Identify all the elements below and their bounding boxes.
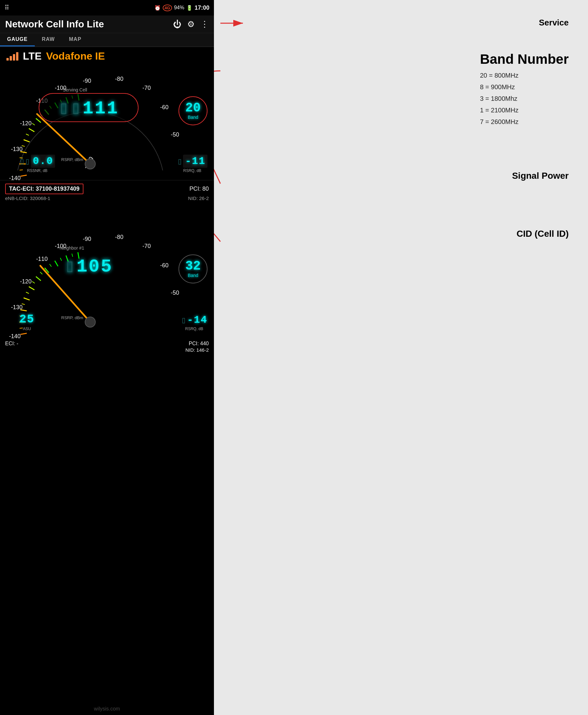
svg-text:-120: -120 — [20, 278, 31, 285]
power-icon[interactable]: ⏻ — [173, 19, 182, 29]
rsrq-label: RSRQ, dB — [183, 169, 202, 173]
more-menu-icon[interactable]: ⋮ — [201, 19, 209, 29]
svg-text:-140: -140 — [9, 333, 21, 338]
svg-line-55 — [32, 281, 35, 283]
rsrq-dim: ▯ — [177, 156, 183, 167]
neighbor-cell-info: ECI: - PCI: 440 NID: 146-2 — [0, 338, 214, 354]
band-item-0: 20 = 800MHz — [480, 69, 569, 81]
serving-gauge-section: -140 -100 -90 -80 -110 -70 -120 -60 -130… — [0, 64, 214, 180]
svg-line-12 — [20, 175, 27, 176]
phone-panel: ⠿ ⏰ 4G 94% 🔋 17:00 Network Cell Info Lit… — [0, 0, 214, 715]
serving-cell-label: Serving Cell — [63, 87, 87, 92]
neighbor-rsrq-label: RSRQ, dB — [185, 327, 203, 331]
section-spacer — [0, 203, 214, 222]
neighbor-gauge-section: -100 -90 -80 -110 -70 -120 -60 -130 -50 … — [0, 222, 214, 338]
rsrq-display: ▯ -11 RSRQ, dB — [177, 155, 208, 173]
phone-footer: wilysis.com — [0, 703, 214, 715]
neighbor-rsrp-value: ▯105 — [64, 255, 113, 277]
battery-percent: 94% — [174, 5, 184, 10]
status-icons: ⏰ 4G 94% 🔋 17:00 — [154, 4, 209, 11]
neighbor-nid: NID: 146-2 — [185, 347, 209, 353]
band-number: 20 — [185, 102, 201, 115]
signal-bar-3 — [13, 54, 15, 61]
tab-gauge[interactable]: GAUGE — [0, 33, 35, 46]
svg-line-80 — [214, 203, 220, 242]
eci-value: ECI: - — [5, 341, 18, 347]
band-display: 20 Band — [178, 96, 208, 125]
tabs-bar: GAUGE RAW MAP — [0, 33, 214, 47]
settings-icon[interactable]: ⚙ — [187, 19, 195, 29]
neighbor-rsrq-value: -14 — [187, 314, 208, 326]
scale-80: -80 — [115, 76, 123, 82]
svg-line-20 — [29, 129, 34, 132]
alarm-icon: ⏰ — [154, 5, 161, 11]
svg-line-53 — [26, 292, 29, 294]
tab-raw[interactable]: RAW — [35, 33, 62, 46]
rssnr-value: 0.0 — [31, 155, 56, 168]
network-type-label: LTE — [23, 50, 42, 62]
neighbor-bottom-displays: 25 ASU ▯ -14 RSRQ, dB — [19, 313, 208, 331]
rssnr-dim: ▯▯ — [19, 156, 30, 167]
signal-power-label: Signal Power — [512, 171, 569, 181]
band-number-title: Band Number — [480, 51, 569, 67]
enb-nid-row: eNB-LCID: 320068-1 NID: 26-2 — [5, 195, 209, 201]
scale-90: -90 — [83, 78, 91, 84]
cid-annotation: CID (Cell ID) — [517, 229, 569, 239]
serving-cell-rsrp-display: ▯▯111 — [39, 93, 139, 122]
network-badge: 4G — [163, 4, 172, 11]
service-annotation: Service — [539, 18, 569, 28]
rsrq-container: ▯ -11 — [177, 155, 208, 168]
band-item-2: 3 = 1800Mhz — [480, 93, 569, 104]
neighbor-band-display: 32 Band — [178, 255, 208, 283]
neighbor-rsrp-display: ▯105 — [39, 251, 139, 280]
neighbor-rsrp-dim: ▯ — [64, 256, 77, 277]
svg-text:-50: -50 — [171, 289, 179, 296]
eci-pci-row: ECI: - PCI: 440 — [5, 341, 209, 347]
asu-value: 25 — [19, 313, 35, 326]
app-title: Network Cell Info Lite — [5, 19, 104, 30]
svg-text:-80: -80 — [115, 234, 123, 240]
scale-120: -120 — [20, 120, 31, 127]
rsrp-dim-digits: ▯▯ — [58, 98, 83, 119]
signal-bar-4 — [16, 52, 18, 61]
carrier-label: Vodafone IE — [46, 50, 105, 62]
band-item-3: 1 = 2100MHz — [480, 104, 569, 116]
svg-text:-60: -60 — [160, 262, 168, 268]
svg-line-22 — [36, 118, 41, 123]
rssnr-container: ▯▯ 0.0 — [19, 155, 55, 168]
app-grid-icon: ⠿ — [4, 4, 9, 12]
battery-icon: 🔋 — [186, 5, 193, 11]
asu-display: 25 ASU — [19, 313, 35, 331]
svg-text:-130: -130 — [11, 304, 23, 310]
signal-bar-1 — [6, 58, 9, 61]
scale-130: -130 — [11, 146, 23, 152]
band-annotation: Band Number 20 = 800MHz 8 = 900MHz 3 = 1… — [480, 51, 569, 128]
svg-line-18 — [23, 140, 30, 142]
tac-pci-row: TAC-ECI: 37100-81937409 PCI: 80 — [5, 183, 209, 194]
serving-cell-info: TAC-ECI: 37100-81937409 PCI: 80 eNB-LCID… — [0, 180, 214, 203]
band-label: Band — [188, 115, 198, 120]
cid-label: CID (Cell ID) — [517, 229, 569, 239]
scale-70: -70 — [142, 85, 151, 91]
app-header: Network Cell Info Lite ⏻ ⚙ ⋮ — [0, 16, 214, 33]
scale-60: -60 — [160, 104, 168, 110]
svg-text:-70: -70 — [142, 243, 151, 249]
network-banner: LTE Vodafone IE — [0, 47, 214, 64]
neighbor-nid-row: NID: 146-2 — [5, 347, 209, 353]
band-item-1: 8 = 900MHz — [480, 81, 569, 93]
footer-text: wilysis.com — [94, 706, 120, 712]
svg-line-21 — [32, 123, 35, 125]
rsrp-value: ▯▯111 — [58, 96, 119, 119]
service-label: Service — [539, 18, 569, 27]
signal-bar-2 — [10, 56, 12, 61]
svg-line-79 — [214, 129, 220, 183]
header-icons: ⏻ ⚙ ⋮ — [173, 19, 209, 29]
neighbor-rsrq-container: ▯ -14 — [181, 314, 208, 326]
pci-value: PCI: 80 — [189, 186, 209, 192]
neighbor-rsrq-display: ▯ -14 RSRQ, dB — [181, 314, 208, 331]
tac-eci-box: TAC-ECI: 37100-81937409 — [5, 183, 83, 194]
tab-map[interactable]: MAP — [62, 33, 89, 46]
svg-line-19 — [26, 134, 29, 135]
nid-value: NID: 26-2 — [188, 195, 209, 201]
svg-line-54 — [29, 287, 34, 290]
